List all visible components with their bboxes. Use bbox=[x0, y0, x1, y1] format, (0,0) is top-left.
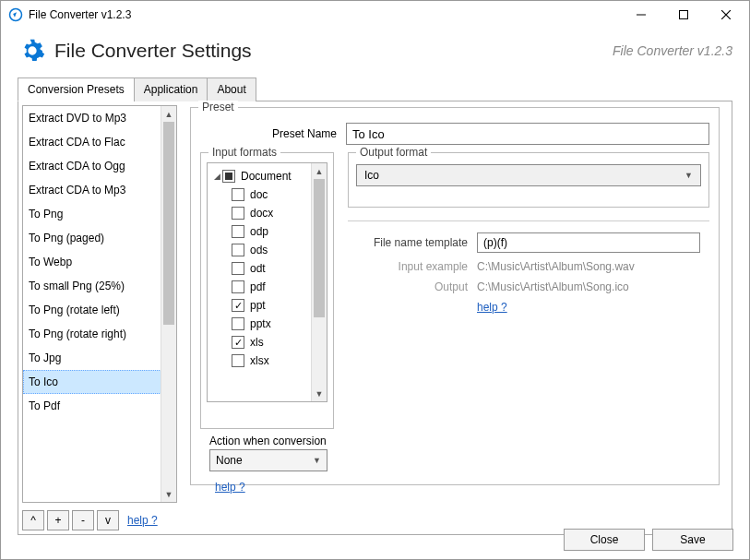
tree-item-label: xls bbox=[250, 336, 264, 349]
tree-item-label: docx bbox=[250, 207, 273, 220]
template-input[interactable] bbox=[477, 232, 700, 253]
tree-item[interactable]: odp bbox=[209, 222, 325, 241]
scroll-down-icon[interactable]: ▼ bbox=[161, 486, 176, 502]
output-example-value: C:\Music\Artist\Album\Song.ico bbox=[477, 280, 629, 293]
tree-item[interactable]: pdf bbox=[209, 278, 325, 296]
minimize-button[interactable] bbox=[620, 1, 662, 29]
checkbox[interactable] bbox=[232, 244, 244, 256]
output-format-fieldset: Output format Ico ▼ bbox=[348, 152, 709, 208]
action-select-value: None bbox=[216, 454, 243, 467]
remove-button[interactable]: - bbox=[72, 510, 94, 530]
preset-item[interactable]: To Jpg bbox=[23, 346, 176, 370]
preset-name-label: Preset Name bbox=[200, 127, 337, 140]
output-format-select[interactable]: Ico ▼ bbox=[356, 164, 701, 186]
template-help-link[interactable]: help ? bbox=[477, 301, 507, 314]
scroll-down-icon[interactable]: ▼ bbox=[312, 386, 327, 401]
maximize-button[interactable] bbox=[662, 1, 705, 29]
scrollbar-thumb[interactable] bbox=[314, 179, 325, 317]
preset-detail-column: Preset Preset Name Input formats ◢ bbox=[183, 101, 732, 534]
preset-name-input[interactable] bbox=[346, 123, 709, 145]
preset-list-column: Extract DVD to Mp3Extract CDA to FlacExt… bbox=[18, 101, 183, 534]
input-formats-legend: Input formats bbox=[208, 146, 280, 159]
tree-item[interactable]: xlsx bbox=[209, 351, 325, 370]
titlebar: File Converter v1.2.3 bbox=[1, 1, 749, 29]
checkbox-document[interactable] bbox=[222, 170, 235, 183]
tree-item[interactable]: odt bbox=[209, 259, 325, 278]
scroll-up-icon[interactable]: ▲ bbox=[161, 106, 176, 122]
checkbox[interactable] bbox=[232, 354, 244, 367]
page-title: File Converter Settings bbox=[54, 40, 252, 62]
preset-help-link[interactable]: help ? bbox=[127, 514, 158, 527]
tab-application[interactable]: Application bbox=[134, 77, 208, 101]
move-up-button[interactable]: ^ bbox=[22, 510, 44, 530]
bottom-buttons: Close Save bbox=[564, 529, 733, 551]
tree-item[interactable]: pptx bbox=[209, 315, 325, 333]
tree-item-label: doc bbox=[250, 188, 268, 201]
checkbox[interactable] bbox=[232, 336, 244, 349]
checkbox[interactable] bbox=[232, 280, 244, 293]
header: File Converter Settings File Converter v… bbox=[1, 29, 749, 77]
chevron-down-icon[interactable]: ◢ bbox=[211, 172, 222, 181]
tree-root-document[interactable]: ◢ Document bbox=[209, 167, 325, 185]
preset-item[interactable]: To Png (rotate left) bbox=[23, 298, 176, 322]
preset-fieldset: Preset Preset Name Input formats ◢ bbox=[190, 107, 720, 485]
preset-item[interactable]: Extract CDA to Flac bbox=[23, 130, 176, 154]
checkbox[interactable] bbox=[232, 317, 244, 330]
chevron-down-icon: ▼ bbox=[313, 456, 321, 465]
move-down-button[interactable]: v bbox=[97, 510, 119, 530]
preset-item[interactable]: Extract DVD to Mp3 bbox=[23, 106, 176, 130]
template-label: File name template bbox=[348, 236, 468, 249]
output-example-label: Output bbox=[348, 280, 468, 293]
tree-item-label: pptx bbox=[250, 317, 271, 330]
preset-item[interactable]: Extract CDA to Mp3 bbox=[23, 178, 176, 202]
checkbox[interactable] bbox=[232, 225, 244, 238]
input-example-value: C:\Music\Artist\Album\Song.wav bbox=[477, 260, 635, 273]
preset-item[interactable]: To Pdf bbox=[23, 394, 176, 418]
scroll-up-icon[interactable]: ▲ bbox=[312, 163, 327, 179]
gear-icon bbox=[19, 38, 45, 64]
checkbox[interactable] bbox=[232, 262, 244, 275]
chevron-down-icon: ▼ bbox=[685, 171, 693, 180]
tree-item[interactable]: doc bbox=[209, 185, 325, 204]
action-select[interactable]: None ▼ bbox=[209, 449, 327, 471]
input-help-link[interactable]: help ? bbox=[215, 481, 245, 494]
tree-scrollbar[interactable]: ▲ ▼ bbox=[311, 163, 327, 401]
preset-list[interactable]: Extract DVD to Mp3Extract CDA to FlacExt… bbox=[22, 105, 177, 503]
checkbox[interactable] bbox=[232, 207, 244, 220]
preset-item[interactable]: To Png (rotate right) bbox=[23, 322, 176, 346]
tree-item[interactable]: xls bbox=[209, 333, 325, 351]
preset-item[interactable]: To Webp bbox=[23, 250, 176, 274]
tree-item[interactable]: ppt bbox=[209, 296, 325, 315]
close-dialog-button[interactable]: Close bbox=[564, 529, 645, 551]
save-button[interactable]: Save bbox=[652, 529, 733, 551]
tab-about[interactable]: About bbox=[207, 77, 256, 101]
close-button[interactable] bbox=[705, 1, 747, 29]
tree-item[interactable]: docx bbox=[209, 204, 325, 222]
preset-item[interactable]: Extract CDA to Ogg bbox=[23, 154, 176, 178]
preset-item[interactable]: To small Png (25%) bbox=[23, 274, 176, 298]
tab-strip: Conversion Presets Application About bbox=[18, 77, 732, 101]
scrollbar-thumb[interactable] bbox=[163, 122, 174, 325]
input-formats-tree[interactable]: ◢ Document docdocxodpodsodtpdfpptpptxxls… bbox=[207, 162, 327, 402]
main-panel: Extract DVD to Mp3Extract CDA to FlacExt… bbox=[18, 101, 732, 535]
checkbox[interactable] bbox=[232, 188, 244, 201]
preset-legend: Preset bbox=[198, 101, 238, 113]
tree-item-label: xlsx bbox=[250, 354, 269, 367]
scrollbar-vertical[interactable]: ▲ ▼ bbox=[161, 106, 176, 502]
svg-rect-2 bbox=[680, 11, 688, 19]
tree-item-label: ppt bbox=[250, 299, 266, 312]
preset-item[interactable]: To Ico bbox=[23, 370, 176, 394]
preset-item[interactable]: To Png bbox=[23, 202, 176, 226]
tree-item[interactable]: ods bbox=[209, 241, 325, 259]
checkbox[interactable] bbox=[232, 299, 244, 312]
tree-item-label: odt bbox=[250, 262, 266, 275]
template-section: File name template Input example C:\Musi… bbox=[348, 220, 709, 314]
preset-item[interactable]: To Png (paged) bbox=[23, 226, 176, 250]
app-icon bbox=[8, 7, 23, 22]
tree-root-label: Document bbox=[241, 170, 292, 183]
tab-conversion-presets[interactable]: Conversion Presets bbox=[18, 77, 135, 101]
tree-item-label: pdf bbox=[250, 280, 266, 293]
input-formats-fieldset: Input formats ◢ Document docdocxodpodsod… bbox=[200, 152, 334, 429]
output-format-legend: Output format bbox=[356, 146, 431, 159]
add-button[interactable]: + bbox=[47, 510, 69, 530]
